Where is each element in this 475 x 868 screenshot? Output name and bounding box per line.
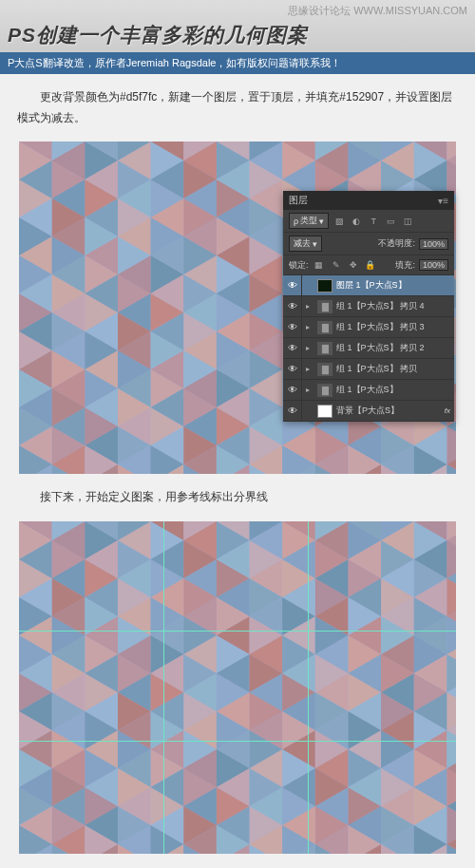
lock-label: 锁定: (289, 259, 309, 272)
svg-marker-825 (446, 692, 456, 730)
disclosure-arrow-icon[interactable]: ▸ (306, 365, 314, 373)
layer-name[interactable]: 组 1【P大点S】 (336, 384, 454, 396)
layer-row[interactable]: 👁▸▇组 1【P大点S】 拷贝 (283, 359, 454, 380)
blend-mode-select[interactable]: 减去 ▾ (289, 236, 322, 252)
svg-marker-893 (446, 730, 456, 768)
visibility-eye-icon[interactable]: 👁 (283, 296, 302, 316)
layers-panel-tab[interactable]: 图层 (289, 194, 308, 207)
figure-2 (19, 521, 456, 854)
svg-marker-949 (446, 768, 456, 806)
opacity-value[interactable]: 100% (419, 238, 448, 250)
lock-all-icon[interactable]: 🔒 (364, 258, 377, 272)
instruction-paragraph-1: 更改背景颜色为#d5f7fc，新建一个图层，置于顶层，并填充#152907，并设… (17, 87, 458, 128)
visibility-eye-icon[interactable]: 👁 (283, 317, 302, 337)
layer-row[interactable]: 👁▸▇组 1【P大点S】 拷贝 2 (283, 338, 454, 359)
layers-panel[interactable]: 图层 ▾≡ ρ 类型 ▾ ▧ ◐ T ▭ ◫ 减去 ▾ 不透明度: 100% 锁… (283, 191, 454, 422)
opacity-label: 不透明度: (378, 237, 415, 250)
layer-row[interactable]: 👁▸▇组 1【P大点S】 拷贝 4 (283, 296, 454, 317)
disclosure-arrow-icon[interactable]: ▸ (306, 323, 314, 331)
layer-row[interactable]: 👁▸▇组 1【P大点S】 (283, 380, 454, 401)
visibility-eye-icon[interactable]: 👁 (283, 380, 302, 400)
layer-row[interactable]: 👁背景【P大点S】fx (283, 401, 454, 422)
folder-icon: ▇ (317, 363, 332, 376)
visibility-eye-icon[interactable]: 👁 (283, 338, 302, 358)
layer-thumbnail (317, 279, 332, 292)
lock-brush-icon[interactable]: ✎ (330, 258, 343, 272)
subtitle-bar: P大点S翻译改造，原作者Jeremiah Ragsdale，如有版权问题请联系我… (0, 52, 475, 74)
lock-transparent-icon[interactable]: ▦ (313, 258, 326, 272)
layer-row[interactable]: 👁▸▇组 1【P大点S】 拷贝 3 (283, 317, 454, 338)
folder-icon: ▇ (317, 321, 332, 334)
filter-adjust-icon[interactable]: ◐ (350, 215, 363, 228)
svg-marker-705 (446, 578, 456, 616)
hexagon-pattern-2 (19, 521, 456, 854)
figure-1: 图层 ▾≡ ρ 类型 ▾ ▧ ◐ T ▭ ◫ 减去 ▾ 不透明度: 100% 锁… (19, 142, 456, 474)
svg-marker-709 (446, 540, 456, 578)
layer-name[interactable]: 背景【P大点S】 (336, 405, 441, 417)
filter-image-icon[interactable]: ▧ (332, 215, 346, 228)
page-title: PS创建一个丰富多彩的几何图案 (8, 20, 467, 50)
layer-thumbnail (317, 405, 332, 418)
visibility-eye-icon[interactable]: 👁 (283, 359, 302, 379)
layer-name[interactable]: 组 1【P大点S】 拷贝 4 (336, 300, 454, 312)
svg-marker-404 (446, 426, 456, 464)
layer-name[interactable]: 组 1【P大点S】 拷贝 (336, 363, 454, 375)
visibility-eye-icon[interactable]: 👁 (283, 401, 302, 421)
tutorial-header: 思缘设计论坛 WWW.MISSYUAN.COM PS创建一个丰富多彩的几何图案 (0, 0, 475, 52)
svg-marker-829 (446, 654, 456, 692)
disclosure-arrow-icon[interactable]: ▸ (306, 302, 314, 311)
layer-name[interactable]: 图层 1【P大点S】 (336, 279, 454, 292)
layer-row[interactable]: 👁图层 1【P大点S】 (283, 275, 454, 296)
instruction-paragraph-2: 接下来，开始定义图案，用参考线标出分界线 (17, 487, 458, 508)
panel-menu-icon[interactable]: ▾≡ (438, 196, 448, 206)
layer-fx-badge[interactable]: fx (445, 406, 454, 415)
filter-type-icon[interactable]: T (367, 215, 380, 228)
folder-icon: ▇ (317, 300, 332, 313)
fill-value[interactable]: 100% (419, 259, 448, 271)
folder-icon: ▇ (317, 384, 332, 397)
svg-marker-945 (446, 806, 456, 844)
svg-marker-773 (446, 616, 456, 654)
disclosure-arrow-icon[interactable]: ▸ (306, 386, 314, 394)
fill-label: 填充: (395, 259, 415, 272)
folder-icon: ▇ (317, 342, 332, 355)
filter-smart-icon[interactable]: ◫ (401, 215, 414, 228)
layer-name[interactable]: 组 1【P大点S】 拷贝 3 (336, 321, 454, 333)
site-watermark: 思缘设计论坛 WWW.MISSYUAN.COM (8, 4, 467, 20)
layer-name[interactable]: 组 1【P大点S】 拷贝 2 (336, 342, 454, 354)
filter-shape-icon[interactable]: ▭ (384, 215, 397, 228)
lock-move-icon[interactable]: ✥ (347, 258, 360, 272)
filter-kind-select[interactable]: ρ 类型 ▾ (289, 213, 329, 229)
visibility-eye-icon[interactable]: 👁 (283, 275, 302, 295)
disclosure-arrow-icon[interactable]: ▸ (306, 344, 314, 352)
